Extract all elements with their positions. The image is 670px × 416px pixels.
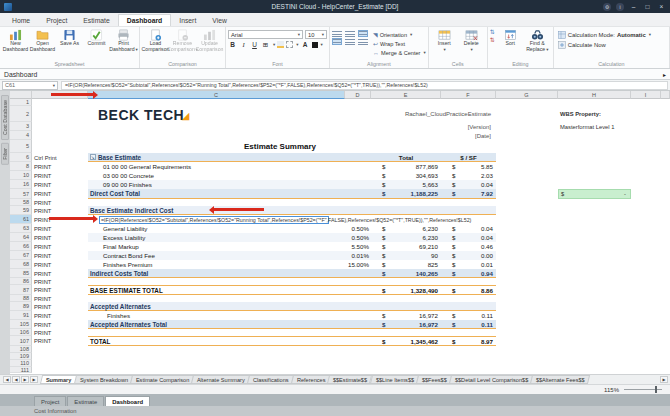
per-sf-cell[interactable]: $8.86 [441, 285, 496, 295]
row-header-5[interactable]: 5 [10, 140, 32, 153]
per-sf-cell[interactable] [441, 367, 496, 373]
font-color-button[interactable]: A [301, 40, 310, 49]
total-cell[interactable]: Total [371, 153, 441, 162]
font-size-select[interactable]: 10▾ [305, 30, 327, 39]
fill-color-icon[interactable] [277, 41, 284, 48]
total-cell[interactable] [371, 302, 441, 311]
open-dashboard-button[interactable]: Open Dashboard [29, 28, 56, 53]
print-flag-1[interactable] [32, 99, 88, 106]
row-header-57[interactable]: 57 [10, 189, 32, 199]
item-label-cell[interactable] [88, 367, 345, 373]
font-family-select[interactable]: Arial▾ [228, 30, 303, 39]
per-sf-cell[interactable]: $7.92 [441, 189, 496, 199]
sort-ascending-icon[interactable]: ⇅ [490, 29, 495, 35]
print-flag-106[interactable]: PRINT [32, 329, 88, 336]
per-sf-cell[interactable]: $2.03 [441, 171, 496, 180]
underline-button[interactable]: U [250, 40, 259, 49]
total-cell[interactable] [371, 278, 441, 285]
row-header-8[interactable]: 8 [10, 162, 32, 171]
total-cell[interactable]: $1,328,490 [371, 285, 441, 295]
row-header-2[interactable]: 2 [10, 106, 32, 122]
column-header-i[interactable]: I [631, 91, 661, 99]
align-center-icon[interactable] [345, 38, 355, 45]
per-sf-cell[interactable] [441, 295, 496, 302]
row-header-109[interactable]: 109 [10, 353, 32, 360]
select-all-corner[interactable] [10, 91, 32, 99]
total-cell[interactable]: $5,663 [371, 180, 441, 189]
item-label-cell[interactable] [88, 329, 345, 336]
per-sf-cell[interactable]: $5.85 [441, 162, 496, 171]
item-label-cell[interactable]: General Liability [88, 224, 345, 233]
sheet-tab-references[interactable]: References [291, 375, 331, 384]
section-cell[interactable]: Direct Cost Total [88, 189, 345, 199]
save-as-button[interactable]: Save As [56, 28, 83, 47]
section-cell[interactable]: Accepted Alternates [88, 302, 345, 311]
view-tab-dashboard[interactable]: Dashboard [105, 396, 150, 406]
prev-sheet-button[interactable]: ◀ [12, 376, 20, 383]
sheet-tab-alternate-summary[interactable]: Alternate Summary [191, 375, 250, 384]
total-cell[interactable] [371, 295, 441, 302]
sort-descending-icon[interactable]: ⇅ [490, 37, 495, 43]
total-cell[interactable]: $140,265 [371, 269, 441, 278]
last-sheet-button[interactable]: ▶ [30, 376, 38, 383]
item-label-cell[interactable] [88, 346, 345, 353]
italic-button[interactable]: I [239, 40, 248, 49]
print-flag-57[interactable]: PRINT [32, 189, 88, 199]
percent-cell[interactable]: 0.01% [345, 251, 371, 260]
print-flag-3[interactable] [32, 122, 88, 131]
print-flag-85[interactable]: PRINT [32, 269, 88, 278]
ribbon-tab-home[interactable]: Home [4, 15, 38, 27]
per-sf-cell[interactable]: $0.94 [441, 269, 496, 278]
row-header-105[interactable]: 105 [10, 320, 32, 329]
load-comparison-button[interactable]: Load Comparison [142, 28, 169, 53]
format-painter-icon[interactable] [286, 41, 293, 48]
per-sf-cell[interactable] [441, 99, 496, 106]
per-sf-cell[interactable]: $0.11 [441, 320, 496, 329]
print-flag-58[interactable]: PRINT [32, 199, 88, 206]
print-flag-67[interactable]: PRINT [32, 251, 88, 260]
item-label-cell[interactable]: 09 00 00 Finishes [88, 180, 345, 189]
percent-cell[interactable] [345, 295, 371, 302]
row-header-58[interactable]: 58 [10, 199, 32, 206]
find-replace-button[interactable]: Find & Replace▾ [524, 28, 551, 53]
percent-cell[interactable] [345, 180, 371, 189]
item-label-cell[interactable]: Finishes [88, 311, 345, 320]
logo-cell[interactable] [88, 122, 345, 131]
per-sf-cell[interactable] [441, 199, 496, 206]
per-sf-cell[interactable] [441, 329, 496, 336]
wbs-cell[interactable] [558, 131, 631, 140]
item-label-cell[interactable]: Finishes Premium [88, 260, 345, 269]
per-sf-cell[interactable] [441, 353, 496, 360]
item-label-cell[interactable]: Contract Bond Fee [88, 251, 345, 260]
range-select-icon[interactable]: ↘ [90, 154, 96, 160]
item-label-cell[interactable]: 03 00 00 Concrete [88, 171, 345, 180]
row-header-87[interactable]: 87 [10, 285, 32, 295]
total-cell[interactable] [371, 206, 441, 215]
section-cell[interactable]: TOTAL [88, 336, 345, 346]
percent-cell[interactable]: 0.50% [345, 224, 371, 233]
percent-cell[interactable] [345, 346, 371, 353]
print-flag-91[interactable]: PRINT [32, 311, 88, 320]
orientation-button[interactable]: ◥Orientation▾ [373, 30, 426, 39]
maximize-button[interactable]: □ [643, 2, 652, 11]
percent-cell[interactable] [345, 199, 371, 206]
per-sf-cell[interactable]: $0.01 [441, 260, 496, 269]
column-header-d[interactable]: D [345, 91, 371, 99]
wbs-cell[interactable]: WBS Property: [558, 106, 631, 122]
print-flag-87[interactable]: PRINT [32, 285, 88, 295]
print-dashboard-button[interactable]: Print Dashboard▾ [110, 28, 137, 53]
row-header-111[interactable]: 111 [10, 367, 32, 373]
delete-cells-button[interactable]: Delete▾ [458, 28, 485, 53]
total-cell[interactable] [371, 367, 441, 373]
bold-button[interactable]: B [228, 40, 237, 49]
item-label-cell[interactable] [88, 199, 345, 206]
account-icon[interactable]: i [616, 3, 624, 11]
print-flag-16[interactable]: PRINT [32, 180, 88, 189]
item-label-cell[interactable]: Excess Liability [88, 233, 345, 242]
row-header-3[interactable]: 3 [10, 122, 32, 131]
column-header-g[interactable]: G [496, 91, 558, 99]
view-tab-project[interactable]: Project [34, 396, 66, 406]
align-middle-icon[interactable] [345, 30, 355, 37]
print-flag-111[interactable] [32, 367, 88, 373]
align-top-icon[interactable] [332, 30, 342, 37]
